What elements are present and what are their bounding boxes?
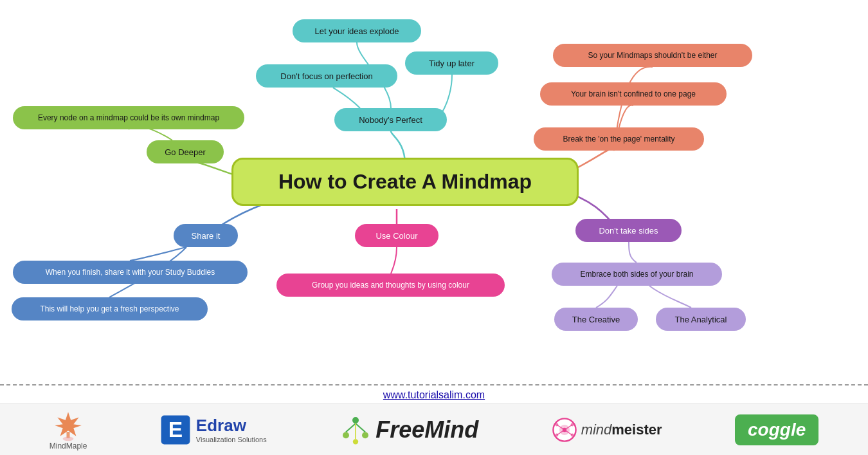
svg-text:E: E (168, 418, 183, 441)
node-so-mindmaps: So your Mindmaps shouldn't be either (553, 44, 752, 67)
node-let-ideas: Let your ideas explode (293, 19, 421, 42)
svg-point-7 (362, 432, 368, 438)
mindmaple-label: MindMaple (50, 441, 87, 450)
node-dont-take-sides: Don't take sides (575, 219, 682, 242)
freemind-icon (339, 414, 372, 446)
mindmaple-icon (52, 409, 84, 441)
mindmeister-label: mindmeister (581, 422, 662, 438)
edraw-icon: E (160, 414, 191, 445)
node-go-deeper: Go Deeper (147, 140, 224, 163)
node-nobodys-perfect: Nobody's Perfect (334, 108, 447, 131)
mindmap-area: How to Create A Mindmap Let your ideas e… (0, 0, 868, 367)
node-brain-not-confined: Your brain isn't confined to one page (540, 82, 727, 106)
edraw-subtitle: Visualization Solutions (196, 436, 267, 443)
svg-point-5 (352, 417, 359, 423)
freemind-label: FreeMind (375, 416, 478, 443)
node-break-mentality: Break the 'on the page' mentality (534, 127, 704, 151)
node-group-ideas: Group you ideas and thoughts by using co… (276, 274, 505, 297)
center-node: How to Create A Mindmap (231, 158, 579, 206)
edraw-title: Edraw (196, 416, 267, 436)
footer-logos: MindMaple E Edraw Visualization Solution… (0, 404, 868, 455)
footer-link-container: www.tutorialsalim.com (0, 385, 868, 404)
coggle-label: coggle (748, 420, 806, 440)
svg-point-2 (63, 436, 74, 441)
node-the-creative: The Creative (554, 308, 638, 331)
logo-freemind: FreeMind (339, 414, 478, 446)
footer-link[interactable]: www.tutorialsalim.com (383, 389, 485, 400)
node-fresh-perspective: This will help you get a fresh perspecti… (12, 297, 208, 320)
node-dont-focus: Don't focus on perfection (256, 64, 397, 88)
logo-mindmeister: mindmeister (552, 417, 662, 443)
node-tidy-up: Tidy up later (405, 51, 498, 75)
node-use-colour: Use Colour (355, 224, 439, 247)
edraw-text: Edraw Visualization Solutions (196, 416, 267, 443)
svg-point-8 (353, 439, 358, 444)
svg-line-9 (346, 423, 356, 432)
logo-edraw: E Edraw Visualization Solutions (160, 414, 267, 445)
svg-point-6 (343, 432, 349, 438)
node-every-node: Every node on a mindmap could be its own… (13, 106, 244, 129)
mindmeister-icon (552, 417, 577, 443)
node-share-it: Share it (174, 224, 238, 247)
node-embrace-both: Embrace both sides of your brain (552, 263, 722, 286)
node-when-finish: When you finish, share it with your Stud… (13, 261, 248, 284)
footer: www.tutorialsalim.com MindMaple E Edraw … (0, 384, 868, 455)
node-the-analytical: The Analytical (656, 308, 746, 331)
logo-mindmaple: MindMaple (50, 409, 87, 450)
svg-line-10 (356, 423, 365, 432)
logo-coggle: coggle (735, 414, 818, 445)
